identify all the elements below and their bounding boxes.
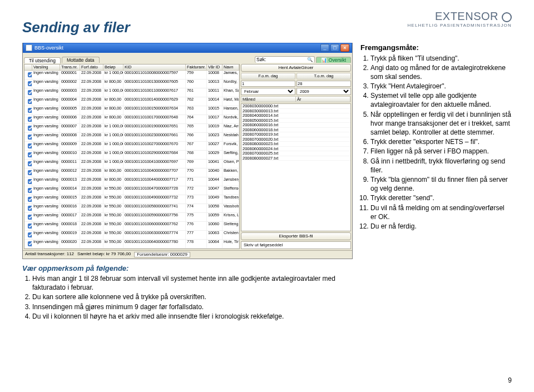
table-row[interactable]: Ingen varsling fn000001322.09.2008kr 800… — [24, 177, 239, 186]
tom-label: T.o.m. dag — [296, 73, 351, 80]
grid-header[interactable]: Varsling Trans.nr. Forf.dato Beløp KID F… — [24, 64, 239, 71]
note-item: Innsendingen må gjøres minimum 9 dager f… — [32, 302, 353, 311]
window-titlebar: BBS-oversikt _ □ × — [23, 43, 352, 53]
row-checkbox[interactable] — [28, 215, 32, 220]
table-row[interactable]: Ingen varsling fn000002022.09.2008kr 550… — [24, 240, 239, 249]
procedure-step: Når opptellingen er ferdig vil det i bun… — [370, 110, 512, 137]
row-checkbox[interactable] — [28, 117, 32, 122]
tab-mottatte-data[interactable]: Mottatte data — [62, 57, 100, 63]
row-checkbox[interactable] — [28, 232, 32, 237]
bbs-window: BBS-oversikt _ □ × Til utsending Mottatt… — [22, 43, 353, 259]
eksporter-bbs-button[interactable]: Eksportér BBS-fil — [241, 232, 351, 240]
table-row[interactable]: Ingen varsling fn000000722.09.2008kr 1 0… — [24, 124, 239, 133]
row-checkbox[interactable] — [28, 224, 32, 229]
row-checkbox[interactable] — [28, 90, 32, 95]
table-row[interactable]: Ingen varsling fn000000822.09.2008kr 1 0… — [24, 133, 239, 142]
table-row[interactable]: Ingen varsling fn000000222.09.2008kr 800… — [24, 80, 239, 88]
row-checkbox[interactable] — [28, 108, 32, 113]
table-row[interactable]: Ingen varsling fn000000622.09.2008kr 800… — [24, 115, 239, 124]
procedure-step: Systemet vil telle opp alle godkjente av… — [370, 91, 512, 109]
row-checkbox[interactable] — [28, 170, 32, 175]
status-bar: Antall transaksjoner: 112 Samlet beløp: … — [23, 250, 352, 259]
procedure-step: Du vil nå få melding om at sending/overf… — [370, 204, 512, 221]
row-checkbox[interactable] — [28, 188, 32, 193]
hent-avtalegiroer-button[interactable]: Hent AvtaleGiroer — [241, 64, 351, 72]
table-row[interactable]: Ingen varsling fn000000922.09.2008kr 1 0… — [24, 142, 239, 151]
table-row[interactable]: Ingen varsling fn000001522.09.2008kr 550… — [24, 195, 239, 204]
note-item: Du vil i kolonnen til høyre ha et arkiv … — [32, 312, 353, 321]
procedure-step: Trykk "Hent Avtalegiroer". — [370, 82, 512, 91]
procedure-step: Trykk "bla gjennom" til du finner filen … — [370, 175, 512, 193]
procedure-step: Du er nå ferdig. — [370, 222, 512, 231]
app-icon — [26, 44, 32, 51]
notes-section: Vær oppmerksom på følgende: Hvis man ang… — [22, 264, 353, 321]
row-checkbox[interactable] — [28, 126, 32, 131]
row-checkbox[interactable] — [28, 99, 32, 104]
row-checkbox[interactable] — [28, 197, 32, 202]
procedure-step: Trykk på fliken "Til utsending". — [370, 54, 512, 63]
fom-input[interactable] — [241, 81, 295, 87]
tab-til-utsending[interactable]: Til utsending — [24, 57, 61, 64]
row-checkbox[interactable] — [28, 206, 32, 211]
month-select[interactable]: Februar — [241, 88, 295, 95]
window-close-button[interactable]: × — [340, 44, 349, 52]
search-box[interactable]: Søk: 🔍 — [255, 56, 315, 63]
window-minimize-button[interactable]: _ — [320, 44, 329, 52]
page-number: 9 — [508, 376, 512, 384]
note-item: Du kan sortere alle kolonnene ved å tryk… — [32, 292, 353, 301]
list-item[interactable]: 2008080000027.txt — [241, 156, 350, 161]
table-row[interactable]: Ingen varsling fn000000422.09.2008kr 800… — [24, 97, 239, 106]
procedure-step: Angi dato og måned for de avtalegirotrek… — [370, 63, 512, 81]
brand-logo: EXTENSOR HELHETLIG PASIENTADMINISTRASJON — [407, 10, 512, 28]
table-row[interactable]: Ingen varsling fn000001122.09.2008kr 1 0… — [24, 160, 239, 168]
table-row[interactable]: Ingen varsling fn000000322.09.2008kr 1 0… — [24, 88, 239, 97]
logo-ring-icon — [502, 12, 512, 22]
table-row[interactable]: Ingen varsling fn000001822.09.2008kr 550… — [24, 222, 239, 231]
table-row[interactable]: Ingen varsling fn000001722.09.2008kr 550… — [24, 213, 239, 222]
procedure-section: Fremgangsmåte: Trykk på fliken "Til utse… — [360, 43, 512, 321]
table-row[interactable]: Ingen varsling fn000001022.09.2008kr 1 0… — [24, 151, 239, 160]
table-row[interactable]: Ingen varsling fn000000122.09.2008kr 1 0… — [24, 71, 239, 80]
notes-heading: Vær oppmerksom på følgende: — [22, 264, 353, 274]
table-row[interactable]: Ingen varsling fn000001622.09.2008kr 550… — [24, 204, 239, 213]
row-checkbox[interactable] — [28, 152, 32, 157]
table-row[interactable]: Ingen varsling fn000000522.09.2008kr 800… — [24, 106, 239, 115]
archive-header: MånedÅr — [241, 96, 351, 103]
procedure-step: Trykk deretter "eksporter NETS – fil". — [370, 137, 512, 146]
fom-label: F.o.m. dag — [241, 73, 295, 80]
window-title: BBS-oversikt — [34, 46, 63, 51]
row-checkbox[interactable] — [28, 72, 32, 77]
tab-oversikt[interactable]: 📊 Oversikt — [316, 57, 351, 63]
table-row[interactable]: Ingen varsling fn000001422.09.2008kr 550… — [24, 186, 239, 195]
row-checkbox[interactable] — [28, 135, 32, 140]
row-checkbox[interactable] — [28, 161, 32, 166]
procedure-step: Trykk deretter "send". — [370, 193, 512, 202]
row-checkbox[interactable] — [28, 179, 32, 184]
note-item: Hvis man angir 1 til 28 februar som inte… — [32, 274, 353, 292]
year-select[interactable]: 2009 — [296, 88, 351, 95]
search-icon[interactable]: 🔍 — [307, 57, 313, 62]
procedure-step: Filen ligger nå på server i FBO mappen. — [370, 147, 512, 156]
table-row[interactable]: Ingen varsling fn000001222.09.2008kr 800… — [24, 168, 239, 177]
procedure-step: Gå inn i nettbedrift, trykk filoverførin… — [370, 157, 512, 175]
search-input[interactable] — [267, 57, 306, 63]
row-checkbox[interactable] — [28, 241, 32, 246]
tom-input[interactable] — [296, 81, 351, 87]
table-row[interactable]: Ingen varsling fn000001922.09.2008kr 550… — [24, 231, 239, 240]
procedure-heading: Fremgangsmåte: — [360, 43, 512, 53]
archive-list[interactable]: 2008030000000.txt2008030000013.txt200804… — [241, 103, 351, 231]
transactions-grid: Varsling Trans.nr. Forf.dato Beløp KID F… — [24, 64, 240, 249]
window-maximize-button[interactable]: □ — [330, 44, 339, 52]
row-checkbox[interactable] — [28, 81, 32, 86]
row-checkbox[interactable] — [28, 143, 32, 148]
skriv-ut-field[interactable]: Skriv ut følgeseddel — [241, 241, 351, 249]
